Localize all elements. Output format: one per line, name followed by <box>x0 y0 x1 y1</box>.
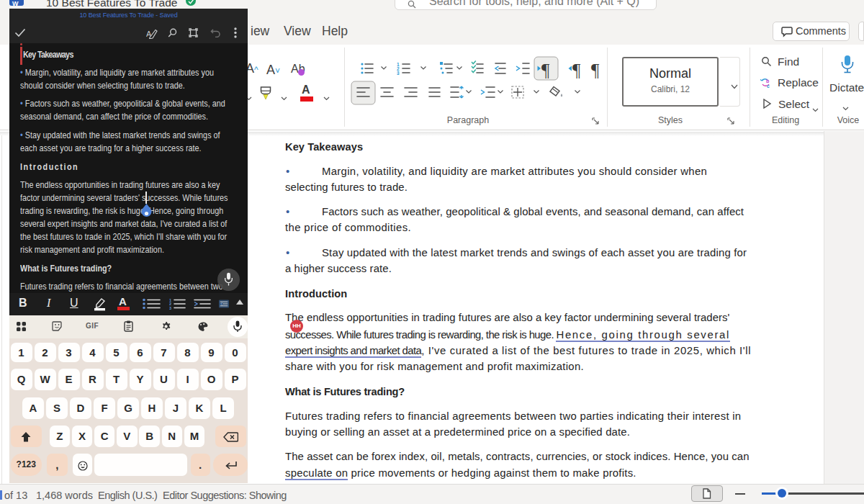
svg-text:b: b <box>766 78 769 84</box>
svg-text:c: c <box>767 84 770 89</box>
svg-text:3: 3 <box>169 306 171 310</box>
svg-text:3: 3 <box>397 71 400 76</box>
svg-text:¶: ¶ <box>591 60 600 80</box>
svg-text:¶: ¶ <box>541 60 550 80</box>
svg-text:¶: ¶ <box>572 60 581 80</box>
